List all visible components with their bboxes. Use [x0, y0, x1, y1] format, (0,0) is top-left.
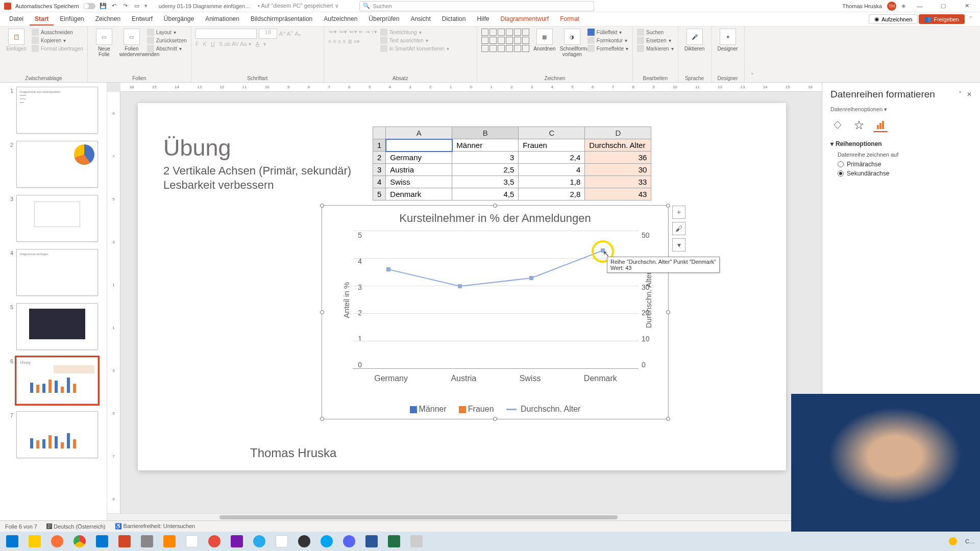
- align-text-button[interactable]: Text ausrichten ▾: [380, 37, 449, 44]
- copy-button[interactable]: Kopieren ▾: [32, 37, 83, 44]
- y-axis-right[interactable]: 01020304050: [642, 231, 657, 369]
- save-icon[interactable]: 💾: [100, 3, 107, 10]
- tab-ueberpruefen[interactable]: Überprüfen: [363, 13, 404, 26]
- format-painter-button[interactable]: Format übertragen: [32, 45, 83, 52]
- replace-button[interactable]: Ersetzen ▾: [637, 37, 673, 44]
- series-options-tab-icon[interactable]: [873, 118, 888, 132]
- file-explorer-icon[interactable]: [24, 533, 45, 549]
- cut-button[interactable]: Ausschneiden: [32, 29, 83, 36]
- shape-effects-button[interactable]: Formeffekte ▾: [587, 45, 628, 52]
- designer-button[interactable]: ✦Designer: [716, 29, 740, 52]
- user-avatar[interactable]: TH: [887, 2, 896, 11]
- close-button[interactable]: ✕: [958, 0, 976, 12]
- layout-button[interactable]: Layout ▾: [147, 29, 187, 36]
- start-button[interactable]: [2, 533, 22, 549]
- tab-uebergaenge[interactable]: Übergänge: [159, 13, 199, 26]
- word-icon[interactable]: [361, 533, 382, 549]
- slide-thumb-1[interactable]: Diagramme aus Datenquellen━━━━━━━━: [16, 87, 98, 134]
- tab-aufzeichnen[interactable]: Aufzeichnen: [318, 13, 362, 26]
- firefox-icon[interactable]: [47, 533, 67, 549]
- minimize-button[interactable]: —: [911, 0, 929, 12]
- tab-hilfe[interactable]: Hilfe: [472, 13, 494, 26]
- section-button[interactable]: Abschnitt ▾: [147, 45, 187, 52]
- slide-canvas[interactable]: Übung 2 Vertikale Achsen (Primär, sekund…: [138, 103, 786, 470]
- tab-zeichnen[interactable]: Zeichnen: [90, 13, 126, 26]
- vlc-icon[interactable]: [159, 533, 180, 549]
- app-icon[interactable]: [137, 533, 157, 549]
- excel-icon[interactable]: [384, 533, 404, 549]
- shape-fill-button[interactable]: Fülleffekt ▾: [587, 29, 628, 36]
- secondary-axis-radio[interactable]: Sekundärachse: [838, 170, 972, 177]
- ribbon-collapse-icon[interactable]: ˅: [966, 16, 976, 23]
- arrange-button[interactable]: ▦Anordnen: [532, 29, 557, 52]
- chrome-icon[interactable]: [69, 533, 90, 549]
- quick-styles-button[interactable]: ◑Schnellformat- vorlagen: [560, 29, 584, 57]
- slide-thumb-3[interactable]: [16, 195, 98, 242]
- app-icon-4[interactable]: [272, 533, 292, 549]
- redo-icon[interactable]: ↷: [122, 3, 129, 10]
- text-direction-button[interactable]: Textrichtung ▾: [380, 29, 449, 36]
- options-dropdown[interactable]: Datenreihenoptionen: [830, 106, 883, 112]
- slide-subtitle-2[interactable]: Lesbarkeit verbessern: [163, 179, 274, 192]
- primary-axis-radio[interactable]: Primärachse: [838, 161, 972, 168]
- tab-datei[interactable]: Datei: [4, 13, 29, 26]
- slide-thumb-7[interactable]: [16, 411, 98, 458]
- tab-ansicht[interactable]: Ansicht: [405, 13, 435, 26]
- app-icon-3[interactable]: [204, 533, 225, 549]
- undo-icon[interactable]: ↶: [111, 3, 118, 10]
- chart-elements-button[interactable]: ＋: [672, 206, 685, 219]
- onenote-icon[interactable]: [227, 533, 247, 549]
- diamond-icon[interactable]: ◈: [901, 3, 905, 9]
- tab-format[interactable]: Format: [555, 13, 584, 26]
- tab-animationen[interactable]: Animationen: [200, 13, 244, 26]
- language-status[interactable]: 🅳 Deutsch (Österreich): [46, 523, 106, 530]
- slide-counter[interactable]: Folie 6 von 7: [5, 523, 37, 530]
- ribbon-options-icon[interactable]: ˅: [745, 27, 760, 82]
- slide-subtitle-1[interactable]: 2 Vertikale Achsen (Primär, sekundär): [163, 164, 351, 178]
- accessibility-status[interactable]: ♿ Barrierefreiheit: Untersuchen: [115, 523, 195, 530]
- slide-thumb-5[interactable]: [16, 303, 98, 350]
- shape-outline-button[interactable]: Formkontur ▾: [587, 37, 628, 44]
- slideshow-icon[interactable]: ▭: [133, 3, 140, 10]
- chart-styles-button[interactable]: 🖌: [672, 222, 685, 235]
- username[interactable]: Thomas Hruska: [842, 3, 882, 9]
- slide-title[interactable]: Übung: [163, 135, 231, 161]
- paste-button[interactable]: 📋Einfügen: [4, 29, 29, 52]
- tab-einfuegen[interactable]: Einfügen: [55, 13, 89, 26]
- slide-thumb-6[interactable]: Übung: [16, 357, 98, 404]
- btn-aufzeichnen[interactable]: ◉ Aufzeichnen: [869, 14, 918, 24]
- app-icon-5[interactable]: [294, 533, 314, 549]
- slide-thumb-2[interactable]: [16, 141, 98, 188]
- fill-line-tab-icon[interactable]: [830, 118, 845, 132]
- chart-object[interactable]: Kursteilnehmer in % der Anmeldungen Ante…: [322, 205, 669, 419]
- font-size-input[interactable]: 18: [259, 29, 277, 39]
- slide-thumb-4[interactable]: Diagramme einfügen: [16, 249, 98, 296]
- x-axis-categories[interactable]: Germany Austria Swiss Denmark: [353, 374, 639, 383]
- smartart-button[interactable]: In SmartArt konvertieren ▾: [380, 45, 449, 52]
- tray-text[interactable]: C…: [965, 538, 978, 544]
- task-pane-close-icon[interactable]: ✕: [967, 91, 972, 98]
- app-icon-7[interactable]: [339, 533, 359, 549]
- data-source-table[interactable]: A B C D 1 Männer Frauen Durchschn. Alter…: [373, 127, 651, 201]
- powerpoint-taskbar-icon[interactable]: [114, 533, 135, 549]
- saved-status[interactable]: • Auf "diesem PC" gespeichert ∨: [258, 3, 338, 9]
- tab-dictation[interactable]: Dictation: [437, 13, 471, 26]
- chart-title[interactable]: Kursteilnehmer in % der Anmeldungen: [322, 206, 668, 225]
- chart-plot-area[interactable]: Anteil in % Durchschn. Alter 012345 0102…: [353, 231, 639, 369]
- tab-start[interactable]: Start: [30, 13, 54, 26]
- reuse-slides-button[interactable]: ▭Folien wiederverwenden: [119, 29, 144, 57]
- app-icon-8[interactable]: [406, 533, 427, 549]
- effects-tab-icon[interactable]: [852, 118, 866, 132]
- telegram-icon[interactable]: [249, 533, 270, 549]
- dictate-button[interactable]: 🎤Diktieren: [682, 29, 707, 52]
- line-series[interactable]: [353, 231, 639, 369]
- tray-icon[interactable]: [943, 533, 963, 549]
- series-options-section[interactable]: ▾ Reihenoptionen: [830, 140, 972, 147]
- maximize-button[interactable]: ▢: [934, 0, 952, 12]
- slide-editor[interactable]: 1615141312111098765432101234567891011121…: [107, 83, 822, 520]
- tab-bildschirm[interactable]: Bildschirmpräsentation: [246, 13, 317, 26]
- shapes-gallery[interactable]: [481, 29, 529, 52]
- chart-legend[interactable]: Männer Frauen Durchschn. Alter: [322, 405, 668, 414]
- chart-filter-button[interactable]: ▾: [672, 238, 685, 252]
- find-button[interactable]: Suchen: [637, 29, 673, 36]
